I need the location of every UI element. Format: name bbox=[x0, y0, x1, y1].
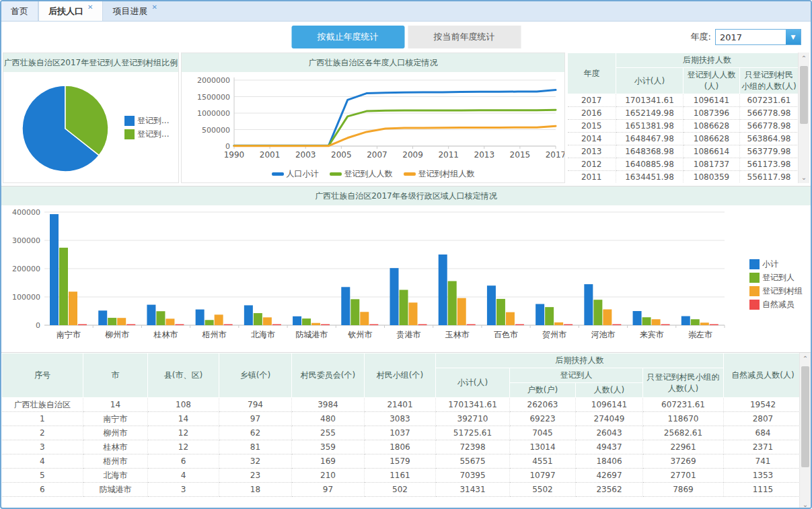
legend-item[interactable]: 登记到... bbox=[124, 115, 169, 127]
year-table-scrollbar[interactable]: ⌃ ⌄ bbox=[798, 53, 809, 183]
top-row: 广西壮族自治区2017年登记到人登记到村组比例 登记到...登记到... 广西壮… bbox=[1, 53, 811, 183]
legend-item[interactable]: 登记到村组人数 bbox=[404, 168, 475, 180]
col-header-support-group: 后期扶持人数 bbox=[616, 53, 799, 68]
table-cell: 42697 bbox=[576, 469, 643, 483]
legend-item[interactable]: 登记到村组 bbox=[749, 285, 803, 297]
table-cell: 55675 bbox=[436, 454, 510, 469]
scrollbar-thumb[interactable] bbox=[801, 366, 809, 467]
table-row[interactable]: 3桂林市12813591806723981301449437229612371 bbox=[2, 440, 800, 454]
legend-swatch-icon bbox=[404, 172, 416, 176]
svg-text:2005: 2005 bbox=[331, 150, 352, 160]
scroll-down-icon[interactable]: ⌄ bbox=[800, 499, 811, 509]
table-cell: 3 bbox=[2, 440, 83, 454]
table-row[interactable]: 20131648368.981086614563779.98 bbox=[568, 145, 799, 158]
line-chart[interactable]: 0500000100000015000002000000199020012003… bbox=[182, 72, 565, 165]
stat-by-current-year-button[interactable]: 按当前年度统计 bbox=[408, 26, 521, 48]
table-row[interactable]: 20151651381.981086628566778.98 bbox=[568, 120, 799, 133]
legend-label: 登记到... bbox=[137, 115, 169, 127]
table-cell: 4 bbox=[148, 469, 219, 483]
table-row[interactable]: 1南宁市149748030833927106922327404911867028… bbox=[2, 412, 800, 426]
table-cell: 81 bbox=[219, 440, 292, 454]
stat-by-end-year-button[interactable]: 按截止年度统计 bbox=[291, 26, 404, 48]
year-select[interactable]: 2017 ▼ bbox=[715, 29, 801, 45]
legend-item[interactable]: 小计 bbox=[749, 259, 803, 270]
bar-chart[interactable]: 0100000200000300000400000南宁市柳州市桂林市梧州市北海市… bbox=[1, 205, 731, 348]
col-header-group-only: 只登记到村民小组的人数(人) bbox=[740, 68, 799, 94]
table-cell: 69223 bbox=[510, 412, 576, 426]
legend-item[interactable]: 登记到... bbox=[124, 129, 169, 140]
table-row[interactable]: 4梧州市63216915795567545511840637269741 bbox=[2, 454, 800, 469]
svg-text:崇左市: 崇左市 bbox=[688, 330, 712, 339]
table-row[interactable]: 6防城港市318975023143155022356278691115 bbox=[2, 483, 800, 497]
legend-item[interactable]: 人口小计 bbox=[272, 168, 319, 180]
svg-text:1000000: 1000000 bbox=[197, 109, 230, 118]
scroll-up-icon[interactable]: ⌃ bbox=[799, 53, 809, 64]
chevron-down-icon[interactable]: ▼ bbox=[786, 30, 801, 44]
scrollbar-thumb[interactable] bbox=[800, 66, 808, 124]
tab-post-support-population[interactable]: 后扶人口 ✕ bbox=[38, 1, 103, 21]
table-cell: 3 bbox=[148, 483, 219, 497]
table-cell: 31431 bbox=[436, 483, 510, 497]
tab-label: 项目进展 bbox=[112, 5, 147, 18]
legend-label: 登记到... bbox=[137, 129, 169, 140]
application-window: 首页 后扶人口 ✕ 项目进展 ✕ 按截止年度统计 按当前年度统计 年度: 201… bbox=[0, 0, 812, 509]
legend-item[interactable]: 登记到人人数 bbox=[330, 168, 393, 180]
svg-text:钦州市: 钦州市 bbox=[347, 330, 372, 339]
table-row[interactable]: 20121640885.981081737561173.98 bbox=[568, 158, 799, 171]
table-cell: 561173.98 bbox=[740, 158, 799, 171]
table-cell: 1115 bbox=[724, 483, 800, 497]
close-icon[interactable]: ✕ bbox=[151, 3, 157, 11]
col-header-county: 县(市、区) bbox=[148, 353, 219, 398]
close-icon[interactable]: ✕ bbox=[87, 3, 93, 11]
table-row[interactable]: 5北海市4232101161703951079742697277011353 bbox=[2, 469, 800, 483]
svg-text:1990: 1990 bbox=[224, 150, 245, 160]
col-header-city: 市 bbox=[83, 353, 148, 398]
table-row[interactable]: 广西壮族自治区141087943984214011701341.61262063… bbox=[2, 398, 800, 412]
svg-text:北海市: 北海市 bbox=[251, 330, 275, 339]
table-cell: 1701341.61 bbox=[616, 94, 684, 107]
table-cell: 13014 bbox=[510, 440, 576, 454]
line-chart-legend: 人口小计登记到人人数登记到村组人数 bbox=[182, 166, 564, 182]
table-row[interactable]: 20161652149.981087396566778.98 bbox=[568, 107, 799, 120]
table-cell: 防城港市 bbox=[83, 483, 148, 497]
table-row[interactable]: 20111634451.981080359556117.98 bbox=[568, 171, 799, 184]
legend-label: 登记到村组人数 bbox=[418, 168, 475, 180]
bar-chart-panel: 广西壮族自治区2017年各级行政区域人口核定情况 010000020000030… bbox=[1, 186, 811, 353]
stat-mode-button-group: 按截止年度统计 按当前年度统计 bbox=[291, 26, 521, 48]
table-cell: 2012 bbox=[568, 158, 616, 171]
tab-home[interactable]: 首页 bbox=[1, 1, 38, 21]
table-cell: 14 bbox=[148, 412, 219, 426]
svg-text:2015: 2015 bbox=[510, 150, 531, 160]
col-header-group-only: 只登记到村民小组的人数(人) bbox=[643, 368, 724, 398]
table-cell: 2014 bbox=[568, 133, 616, 145]
svg-text:桂林市: 桂林市 bbox=[153, 330, 178, 339]
svg-text:2007: 2007 bbox=[367, 150, 387, 160]
legend-swatch-icon bbox=[749, 259, 760, 269]
table-cell: 7045 bbox=[510, 426, 576, 440]
table-cell: 794 bbox=[219, 398, 292, 412]
tab-project-progress[interactable]: 项目进展 ✕ bbox=[103, 1, 166, 21]
table-cell: 21401 bbox=[365, 398, 436, 412]
col-header-township: 乡镇(个) bbox=[219, 353, 292, 398]
scroll-down-icon[interactable]: ⌄ bbox=[799, 172, 809, 183]
table-cell: 502 bbox=[365, 483, 436, 497]
table-row[interactable]: 20141648467.981086628563864.98 bbox=[568, 133, 799, 145]
table-cell: 12 bbox=[148, 426, 219, 440]
regional-table-scrollbar[interactable]: ⌃ ⌄ bbox=[799, 353, 811, 509]
legend-item[interactable]: 登记到人 bbox=[749, 272, 803, 283]
table-cell: 118670 bbox=[643, 412, 724, 426]
table-cell: 2013 bbox=[568, 145, 616, 158]
table-row[interactable]: 2柳州市1262255103751725.6170452604325682.61… bbox=[2, 426, 800, 440]
svg-text:100000: 100000 bbox=[12, 293, 40, 302]
table-cell: 62 bbox=[219, 426, 292, 440]
legend-item[interactable]: 自然减员 bbox=[749, 299, 803, 310]
table-row[interactable]: 20171701341.611096141607231.61 bbox=[568, 94, 799, 107]
line-chart-title: 广西壮族自治区各年度人口核定情况 bbox=[182, 53, 564, 72]
table-cell: 12 bbox=[148, 440, 219, 454]
table-cell: 70395 bbox=[436, 469, 510, 483]
table-cell: 1651381.98 bbox=[616, 120, 684, 133]
scroll-up-icon[interactable]: ⌃ bbox=[800, 353, 811, 364]
pie-chart[interactable] bbox=[3, 72, 123, 182]
svg-text:500000: 500000 bbox=[202, 126, 230, 135]
table-cell: 1086628 bbox=[684, 120, 740, 133]
